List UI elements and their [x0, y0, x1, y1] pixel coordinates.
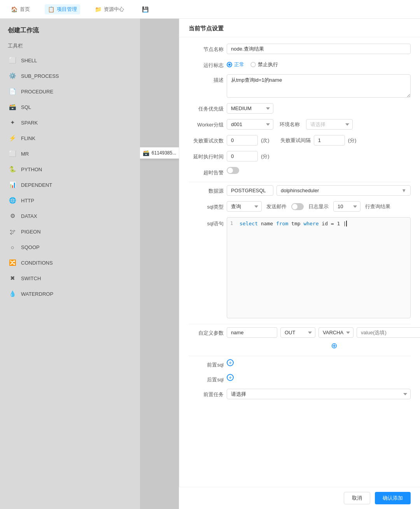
- sidebar-item-conditions[interactable]: 🔀 CONDITIONS: [0, 255, 140, 270]
- description-label: 描述: [189, 74, 224, 84]
- datasource-row: 数据源 POSTGRESQL dolphinscheduler ▼: [189, 185, 411, 196]
- node-name-label: 节点名称: [189, 44, 224, 53]
- pre-task-select[interactable]: 请选择: [227, 389, 411, 399]
- send-mail-toggle[interactable]: [291, 203, 304, 210]
- right-panel: 当前节点设置 节点名称 运行标志 正常: [179, 19, 420, 509]
- description-input[interactable]: 从tmp查询id=1的name: [227, 74, 411, 98]
- divider-1: [189, 182, 411, 182]
- env-select[interactable]: 请选择: [306, 119, 353, 130]
- sidebar-item-waterdrop[interactable]: 💧 WATERDROP: [0, 286, 140, 302]
- top-nav: 🏠 首页 📋 项目管理 📁 资源中心 💾: [0, 0, 420, 19]
- pre-sql-add-button[interactable]: +: [227, 359, 234, 366]
- sidebar-item-subprocess[interactable]: ⚙️ SUB_PROCESS: [0, 68, 140, 84]
- sidebar-item-pigeon[interactable]: 🕊 PIGEON: [0, 224, 140, 239]
- post-sql-label: 后置sql: [189, 374, 224, 383]
- retry-count-unit: (次): [261, 137, 270, 144]
- sidebar-item-subprocess-label: SUB_PROCESS: [21, 73, 59, 79]
- divider-2: [189, 324, 411, 324]
- nav-resource[interactable]: 📁 资源中心: [92, 4, 127, 14]
- timeout-label: 超时告警: [189, 167, 224, 176]
- datasource-type: POSTGRESQL: [227, 185, 273, 196]
- pigeon-icon: 🕊: [8, 227, 17, 236]
- python-icon: 🐍: [8, 165, 17, 174]
- nav-project[interactable]: 📋 项目管理: [45, 4, 80, 14]
- param-name-input[interactable]: [227, 327, 277, 338]
- sql-type-row: sql类型 查询 非查询 发送邮件 日志显示 10 25 50 行查询结果: [189, 201, 411, 212]
- sidebar-item-http[interactable]: 🌐 HTTP: [0, 193, 140, 208]
- timeout-row: 超时告警: [189, 167, 411, 176]
- sidebar-item-datax[interactable]: ⚙ DATAX: [0, 208, 140, 224]
- sidebar-item-sqoop[interactable]: ○ SQOOP: [0, 239, 140, 255]
- canvas-node[interactable]: 🗃️ 61149385...: [140, 147, 179, 159]
- sidebar-title: 创建工作流: [0, 26, 140, 41]
- pre-task-row: 前置任务 请选择: [189, 389, 411, 399]
- canvas-area[interactable]: 🗃️ 61149385...: [140, 19, 179, 509]
- log-display-select[interactable]: 10 25 50: [333, 201, 360, 212]
- description-row: 描述 从tmp查询id=1的name: [189, 74, 411, 98]
- switch-icon: ✖: [8, 274, 17, 283]
- custom-param-row: 自定义参数 OUT IN VARCHAR INTEGER LONG: [189, 327, 411, 350]
- run-flag-row: 运行标志 正常 禁止执行: [189, 60, 411, 69]
- datasource-chevron-icon: ▼: [401, 188, 406, 193]
- worker-select[interactable]: d001: [227, 119, 273, 130]
- sidebar-item-shell-label: SHELL: [21, 58, 37, 63]
- datax-icon: ⚙: [8, 211, 17, 221]
- project-icon: 📋: [48, 6, 54, 12]
- delay-input[interactable]: [227, 151, 258, 161]
- post-sql-row: 后置sql +: [189, 374, 411, 383]
- sidebar-item-sqoop-label: SQOOP: [21, 244, 40, 250]
- panel-title: 当前节点设置: [179, 19, 420, 37]
- param-value-input[interactable]: [357, 327, 420, 338]
- procedure-icon: 📄: [8, 87, 17, 96]
- confirm-button[interactable]: 确认添加: [375, 492, 411, 504]
- mr-icon: ⬜: [8, 149, 17, 158]
- sidebar-item-switch[interactable]: ✖ SWITCH: [0, 270, 140, 286]
- sql-statement-row: sql语句 1 select name from tmp where id: [189, 217, 411, 318]
- sidebar-item-spark[interactable]: ✦ SPARK: [0, 115, 140, 130]
- sidebar: 创建工作流 工具栏 ⬜ SHELL ⚙️ SUB_PROCESS 📄 PROCE…: [0, 19, 140, 509]
- post-sql-add-button[interactable]: +: [227, 374, 234, 381]
- nav-datasource[interactable]: 💾: [139, 5, 152, 14]
- sidebar-item-shell[interactable]: ⬜ SHELL: [0, 53, 140, 68]
- sqoop-icon: ○: [8, 242, 17, 252]
- nav-home[interactable]: 🏠 首页: [8, 4, 33, 14]
- cancel-button[interactable]: 取消: [344, 492, 370, 504]
- retry-interval-input[interactable]: [314, 135, 345, 146]
- run-flag-label: 运行标志: [189, 60, 224, 69]
- param-add-button[interactable]: ⊕: [331, 341, 338, 350]
- sql-line-1: 1 select name from tmp where id = 1 |: [230, 221, 407, 226]
- sidebar-item-mr[interactable]: ⬜ MR: [0, 146, 140, 161]
- nav-resource-label: 资源中心: [104, 6, 124, 13]
- radio-normal[interactable]: 正常: [227, 61, 244, 68]
- sidebar-item-flink[interactable]: ⚡ FLINK: [0, 130, 140, 146]
- retry-count-input[interactable]: [227, 135, 258, 146]
- sidebar-item-flink-label: FLINK: [21, 135, 35, 141]
- retry-interval-unit: (分): [348, 137, 357, 144]
- datasource-name[interactable]: dolphinscheduler ▼: [276, 185, 411, 196]
- sidebar-item-conditions-label: CONDITIONS: [21, 260, 53, 266]
- sidebar-item-sql[interactable]: 🗃️ SQL: [0, 99, 140, 115]
- worker-env-row: Worker分组 d001 环境名称 请选择: [189, 119, 411, 130]
- divider-3: [189, 356, 411, 356]
- sql-code: select name from tmp where id = 1 |: [240, 221, 347, 226]
- sql-type-label: sql类型: [189, 201, 224, 211]
- param-type-select[interactable]: OUT IN: [280, 327, 315, 338]
- panel-footer: 取消 确认添加: [179, 487, 420, 509]
- waterdrop-icon: 💧: [8, 289, 17, 298]
- spark-icon: ✦: [8, 118, 17, 127]
- priority-select[interactable]: MEDIUM LOW HIGH: [227, 103, 273, 114]
- retry-interval-label: 失败重试间隔: [280, 137, 311, 144]
- param-datatype-select[interactable]: VARCHAR INTEGER LONG: [318, 327, 354, 338]
- sidebar-item-python[interactable]: 🐍 PYTHON: [0, 161, 140, 177]
- sidebar-item-procedure-label: PROCEDURE: [21, 89, 53, 95]
- sql-type-select[interactable]: 查询 非查询: [227, 201, 262, 212]
- radio-stop[interactable]: 禁止执行: [250, 61, 278, 68]
- log-display-label: 日志显示: [308, 203, 329, 210]
- sidebar-item-dependent[interactable]: 📊 DEPENDENT: [0, 177, 140, 193]
- sidebar-item-procedure[interactable]: 📄 PROCEDURE: [0, 84, 140, 99]
- radio-stop-text: 禁止执行: [258, 61, 278, 68]
- flink-icon: ⚡: [8, 133, 17, 143]
- subprocess-icon: ⚙️: [8, 71, 17, 81]
- node-name-input[interactable]: [227, 44, 411, 54]
- timeout-toggle[interactable]: [227, 167, 239, 174]
